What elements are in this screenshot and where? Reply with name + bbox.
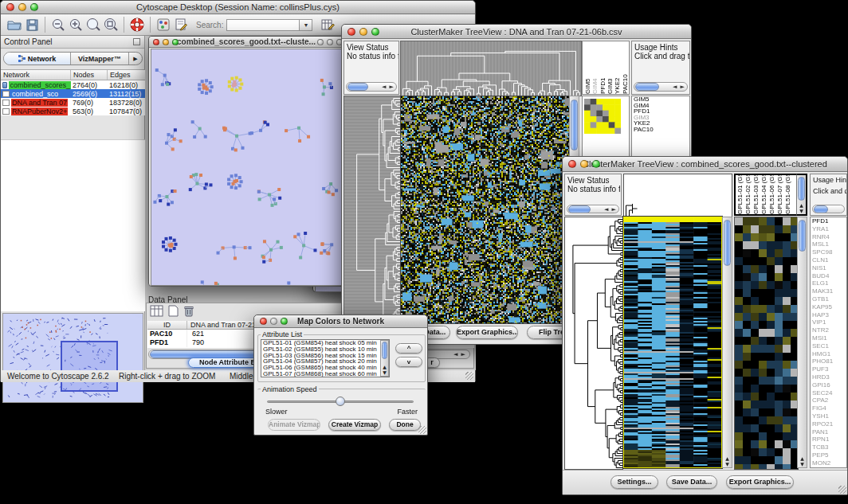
tv1-mini-heatmap[interactable] [584,99,621,134]
open-file-icon[interactable] [6,17,23,33]
hscroll-thumb[interactable] [568,205,591,213]
treeview2-titlebar[interactable]: ClusterMaker TreeView : combined_scores_… [563,157,847,172]
tab-more-button[interactable]: ▶ [129,53,142,64]
help-lifesaver-icon[interactable] [128,17,146,33]
minimize-button[interactable] [163,39,169,45]
close-button[interactable] [347,28,355,36]
hscroll-thumb[interactable] [347,83,368,91]
animation-slider[interactable] [267,397,414,406]
network1-titlebar[interactable]: combined_scores_good.txt--cluste... [149,37,344,48]
table-icon[interactable] [150,305,163,320]
tv1-column-dendrogram[interactable] [400,41,582,96]
tv2-usage-hscroll[interactable] [812,205,845,213]
tv2-collabel-vscrollbar[interactable]: ▲▼ [796,174,807,216]
zoom-in-icon[interactable] [67,17,84,33]
tv2-gene-label[interactable]: NTR2 [811,326,846,334]
slider-thumb[interactable] [336,397,345,406]
tv2-gene-label[interactable]: MON2 [811,459,846,467]
tv2-gene-label[interactable]: FIG4 [811,404,846,412]
network-row[interactable]: combined_scores_ 2764(0) 16218(0) [1,80,145,89]
tv2-gene-label[interactable]: GPI16 [811,381,846,389]
tv2-gene-label[interactable]: HRD3 [811,373,846,381]
tv2-gene-label[interactable]: CPA2 [811,397,846,404]
vscroll-thumb[interactable] [571,100,578,150]
hscroll-thumb[interactable] [814,205,828,213]
tv2-save-data-button[interactable]: Save Data... [666,475,717,489]
tv2-gene-label[interactable]: CLN1 [811,256,846,264]
tv2-gene-label[interactable]: MAK31 [811,287,846,295]
tv2-gene-label[interactable]: VIP1 [811,318,846,326]
tv1-row-dendrogram[interactable] [344,96,401,324]
vscroll-arrows[interactable]: ▲▼ [798,455,807,467]
tv2-gene-label[interactable]: SEC1 [811,342,846,350]
tv2-global-heatmap[interactable] [734,217,799,470]
vscroll-thumb[interactable] [799,220,806,252]
done-button[interactable]: Done [389,419,421,431]
tv2-column-dendrogram[interactable] [623,174,732,217]
tv2-gene-label[interactable]: GTB1 [811,295,846,303]
tv2-gene-label[interactable]: RPN1 [811,436,846,443]
tv2-gene-label[interactable]: PFD1 [811,217,846,225]
main-titlebar[interactable]: Cytoscape Desktop (Session Name: collins… [1,1,475,14]
zoom-button[interactable] [592,160,600,168]
tv1-column-labels[interactable]: GIM5GIM4PFD1GIM3YKE2PAC10 [582,41,630,95]
tv1-gene-label[interactable]: PAC10 [632,127,689,133]
zoom-selected-icon[interactable] [84,17,102,33]
vizmapper-icon[interactable] [155,17,172,33]
network-row[interactable]: DNA and Tran 07 769(0) 183728(0) [1,98,145,107]
tv2-gene-label[interactable]: NIS1 [811,264,846,272]
tab-vizmapper[interactable]: VizMapper™ [71,53,129,64]
float-panel-icon[interactable] [133,38,140,45]
hscroll-arrows[interactable]: ◄ ► [382,84,395,90]
attribute-item[interactable]: GPL51-07 (GSM868) heat shock 60 min [263,371,389,377]
new-page-icon[interactable] [168,305,179,320]
main-resize-grip[interactable] [465,372,473,380]
move-down-button[interactable]: v [395,357,422,367]
vscroll-thumb[interactable] [798,177,805,201]
close-button[interactable] [6,3,14,11]
tv2-gene-label[interactable]: KAP95 [811,303,846,311]
tv2-gene-label[interactable]: RPO21 [811,420,846,428]
save-icon[interactable] [23,17,41,33]
attribute-browser-icon[interactable] [319,17,336,33]
tv2-column-labels[interactable]: GPL51-01 (GSM854)GPL51-02 (GSM855)GPL51-… [734,174,796,216]
network-table-header[interactable]: Network Nodes Edges [1,69,145,80]
hscroll-arrows[interactable]: ◄ ► [453,351,466,357]
close-button[interactable] [568,160,576,168]
dialog-titlebar[interactable]: Map Colors to Network [254,315,427,328]
minimize-button[interactable] [327,39,333,45]
vscroll-thumb[interactable] [382,342,387,359]
search-dropdown-button[interactable]: ▼ [300,19,312,31]
tv2-resize-grip[interactable] [838,486,846,494]
minimize-button[interactable] [270,318,277,325]
attribute-listbox[interactable]: GPL51-01 (GSM854) heat shock 05 minGPL51… [261,339,390,377]
tv2-status-hscroll[interactable]: ◄ ► [567,205,619,213]
minimize-button[interactable] [580,160,588,168]
zoom-button[interactable] [371,28,379,36]
vscroll-arrows[interactable]: ▲▼ [381,364,388,375]
tv2-gene-label[interactable]: YSH1 [811,412,846,420]
tv2-gene-label[interactable]: YRA1 [811,225,846,233]
tv2-gene-label[interactable]: MSL1 [811,240,846,248]
tv2-gene-list[interactable]: PFD1YRA1RNR4MSL1SPC98CLN1NIS1BUD4ELG1MAK… [810,217,847,468]
tv2-settings-button[interactable]: Settings... [610,475,658,489]
network-row[interactable]: RNAPuberNov2+ 563(0) 107847(0) [1,107,145,115]
zoom-out-icon[interactable] [49,17,67,33]
tab-network[interactable]: Network [4,53,71,64]
tv1-heatmap[interactable] [400,96,570,324]
zoom-button[interactable] [172,39,179,45]
tv2-gene-label[interactable]: ELG1 [811,279,846,287]
minimize-button[interactable] [18,3,26,11]
create-vizmap-button[interactable]: Create Vizmap [328,419,381,431]
tv2-heatmap[interactable] [623,217,722,468]
minimize-button[interactable] [359,28,367,36]
id-column-header[interactable]: ID [147,321,187,329]
tv2-gene-label[interactable]: SPC98 [811,248,846,256]
tv2-gene-label[interactable]: HAP3 [811,311,846,319]
vscroll-arrows[interactable]: ▲▼ [797,202,806,213]
tv2-row-dendrogram[interactable] [564,217,623,470]
tv2-heatmap-vscrollbar[interactable]: ▲▼ [722,217,732,468]
tv2-export-graphics-button[interactable]: Export Graphics... [726,475,794,489]
network-canvas[interactable] [151,49,344,286]
close-button[interactable] [260,318,267,325]
